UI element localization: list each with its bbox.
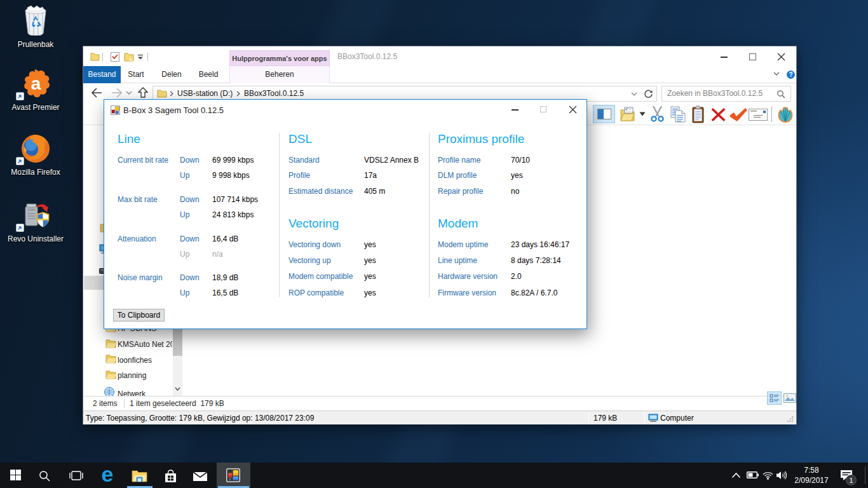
svg-text:a: a xyxy=(31,74,41,93)
